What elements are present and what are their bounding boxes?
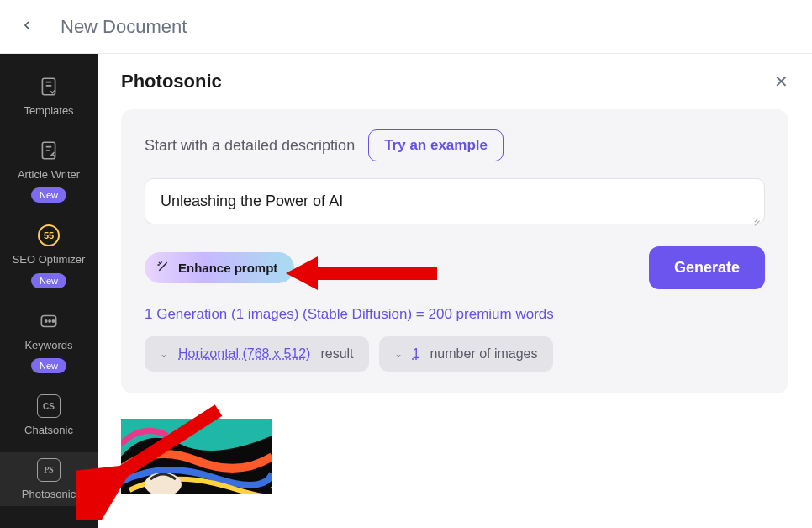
size-dropdown[interactable]: ⌄ Horizontal (768 x 512) result <box>145 336 369 372</box>
generate-button[interactable]: Generate <box>649 246 765 289</box>
generated-image-thumbnail[interactable] <box>121 419 272 494</box>
wand-icon <box>156 260 170 276</box>
sidebar-item-label: Photosonic <box>22 488 76 501</box>
new-badge: New <box>31 273 66 288</box>
count-suffix: number of images <box>430 346 537 362</box>
count-value: 1 <box>413 346 420 362</box>
size-suffix: result <box>320 346 353 362</box>
description-label: Start with a detailed description <box>145 137 355 155</box>
sidebar-item-article-writer[interactable]: Article Writer New <box>0 133 98 209</box>
prompt-input[interactable] <box>145 178 765 224</box>
new-badge: New <box>31 187 66 203</box>
count-dropdown[interactable]: ⌄ 1 number of images <box>379 336 553 372</box>
page-title: New Document <box>61 16 187 38</box>
sidebar-item-photosonic[interactable]: PS Photosonic <box>0 452 98 506</box>
svg-point-3 <box>45 320 47 322</box>
generation-card: Start with a detailed description Try an… <box>121 109 788 393</box>
enhance-prompt-label: Enhance prompt <box>178 261 277 275</box>
sidebar-item-seo-optimizer[interactable]: 55 SEO Optimizer New <box>0 218 98 293</box>
templates-icon <box>36 74 61 99</box>
sidebar-item-label: Keywords <box>24 339 72 352</box>
article-icon <box>36 138 61 163</box>
panel-title: Photosonic <box>121 71 222 92</box>
sidebar-item-label: Templates <box>24 104 73 118</box>
ps-icon: PS <box>36 457 61 483</box>
top-bar: New Document <box>0 0 812 54</box>
chevron-down-icon: ⌄ <box>160 348 168 360</box>
back-button[interactable] <box>20 17 34 36</box>
sidebar-item-keywords[interactable]: Keywords New <box>0 304 98 379</box>
try-example-button[interactable]: Try an example <box>368 129 504 161</box>
svg-point-4 <box>49 320 50 322</box>
new-badge: New <box>31 358 66 373</box>
size-value: Horizontal (768 x 512) <box>178 346 310 362</box>
generation-info: 1 Generation (1 images) (Stable Diffusio… <box>145 306 765 323</box>
keywords-icon <box>36 309 61 334</box>
svg-point-5 <box>52 320 54 322</box>
resize-handle-icon <box>751 213 760 221</box>
cs-icon: CS <box>36 393 61 419</box>
sidebar-item-label: Chatsonic <box>24 424 73 437</box>
main-panel: Photosonic ✕ Start with a detailed descr… <box>98 54 812 528</box>
close-icon[interactable]: ✕ <box>774 71 788 92</box>
sidebar: Templates Article Writer New 55 SEO Opti… <box>0 54 98 528</box>
chevron-down-icon: ⌄ <box>394 348 403 360</box>
seo-icon: 55 <box>36 223 61 248</box>
enhance-prompt-button[interactable]: Enhance prompt <box>145 252 294 283</box>
sidebar-item-templates[interactable]: Templates <box>0 69 98 123</box>
sidebar-item-chatsonic[interactable]: CS Chatsonic <box>0 388 98 442</box>
sidebar-item-label: Article Writer <box>18 168 80 182</box>
sidebar-item-label: SEO Optimizer <box>13 253 86 267</box>
